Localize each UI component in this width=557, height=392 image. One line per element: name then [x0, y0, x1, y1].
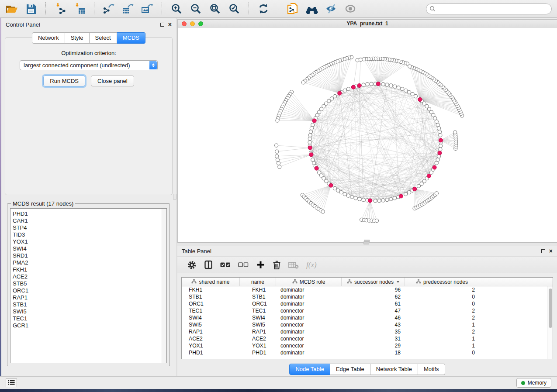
refresh-network-icon[interactable] — [257, 2, 270, 15]
table-row[interactable]: TEC1TEC1connector472 — [182, 307, 553, 314]
mcds-result-node[interactable]: ORC1 — [13, 287, 166, 294]
column-header-MCDS-role[interactable]: MCDS role — [276, 278, 342, 286]
select-none-unchecked-icon[interactable] — [238, 261, 249, 268]
close-panel-button[interactable]: Close panel — [91, 76, 134, 86]
cell-successor-nodes[interactable]: 29 — [342, 342, 405, 349]
cell-name[interactable]: ACE2 — [240, 335, 276, 342]
cell-MCDS-role[interactable]: connector — [276, 307, 342, 314]
mcds-result-node[interactable]: STP4 — [13, 224, 166, 231]
mcds-result-node[interactable]: PHD1 — [13, 210, 166, 217]
column-header-shared-name[interactable]: shared name — [182, 278, 240, 286]
delete-column-icon[interactable] — [273, 260, 281, 270]
float-table-panel-icon[interactable] — [541, 249, 545, 253]
add-column-icon[interactable] — [256, 260, 265, 269]
mcds-result-node[interactable]: PMA2 — [13, 259, 166, 266]
cell-MCDS-role[interactable]: dominator — [276, 286, 342, 293]
cell-successor-nodes[interactable]: 62 — [342, 293, 405, 300]
cell-successor-nodes[interactable]: 96 — [342, 286, 405, 293]
horizontal-split-grip[interactable] — [363, 241, 369, 244]
cell-predecessor-nodes[interactable]: 1 — [405, 342, 479, 349]
cell-shared-name[interactable]: ACE2 — [182, 335, 240, 342]
table-row[interactable]: STB1STB1dominator620 — [182, 293, 553, 300]
tab-style[interactable]: Style — [65, 32, 90, 44]
tab-select[interactable]: Select — [90, 32, 117, 44]
mcds-result-list[interactable]: PHD1CAR1STP4TID3YOX1SWI4SRD1PMA2FKH1ACE2… — [10, 208, 167, 363]
cell-predecessor-nodes[interactable]: 2 — [405, 314, 479, 321]
clone-network-icon[interactable] — [286, 2, 299, 15]
tab-mcds[interactable]: MCDS — [117, 32, 145, 44]
mcds-result-node[interactable]: RAP1 — [13, 294, 166, 301]
cell-name[interactable]: SWI5 — [240, 321, 276, 328]
cell-predecessor-nodes[interactable]: 2 — [405, 328, 479, 335]
table-row[interactable]: PHD1PHD1dominator180 — [182, 349, 553, 356]
cell-shared-name[interactable]: SWI4 — [182, 314, 240, 321]
table-row[interactable]: RAP1RAP1dominator352 — [182, 328, 553, 335]
mcds-result-node[interactable]: YOX1 — [13, 238, 166, 245]
zoom-in-icon[interactable] — [170, 2, 183, 15]
table-vscrollbar[interactable] — [547, 286, 553, 359]
table-vscrollbar-thumb[interactable] — [549, 289, 552, 328]
result-list-scrollbar[interactable] — [162, 209, 166, 363]
cell-MCDS-role[interactable]: dominator — [276, 314, 342, 321]
cell-predecessor-nodes[interactable]: 0 — [405, 293, 479, 300]
mcds-result-node[interactable]: ACE2 — [13, 273, 166, 280]
float-panel-icon[interactable] — [160, 23, 164, 27]
run-mcds-button[interactable]: Run MCDS — [43, 76, 85, 86]
table-row[interactable]: ACE2ACE2connector311 — [182, 335, 553, 342]
table-row[interactable]: SWI5SWI5connector431 — [182, 321, 553, 328]
cell-MCDS-role[interactable]: connector — [276, 342, 342, 349]
tab-network[interactable]: Network — [32, 32, 65, 44]
cell-shared-name[interactable]: PHD1 — [182, 349, 240, 356]
export-network-icon[interactable] — [102, 2, 115, 15]
cell-name[interactable]: YOX1 — [240, 342, 276, 349]
show-all-icon[interactable] — [344, 2, 357, 15]
cell-name[interactable]: PHD1 — [240, 349, 276, 356]
mcds-result-node[interactable]: SWI4 — [13, 245, 166, 252]
cell-MCDS-role[interactable]: connector — [276, 335, 342, 342]
zoom-out-icon[interactable] — [189, 2, 202, 15]
mcds-result-node[interactable]: GCR1 — [13, 322, 166, 329]
cell-predecessor-nodes[interactable]: 0 — [405, 349, 479, 356]
tab-network-table[interactable]: Network Table — [370, 364, 418, 375]
column-header-successor-nodes[interactable]: successor nodes — [342, 278, 405, 286]
tab-edge-table[interactable]: Edge Table — [330, 364, 370, 375]
import-network-file-icon[interactable] — [54, 2, 67, 15]
tab-motifs[interactable]: Motifs — [418, 364, 445, 375]
gear-icon[interactable] — [187, 260, 197, 270]
cell-name[interactable]: STB1 — [240, 293, 276, 300]
network-graph[interactable] — [178, 28, 557, 242]
export-image-icon[interactable] — [141, 2, 154, 15]
mcds-result-node[interactable]: SRD1 — [13, 252, 166, 259]
cell-name[interactable]: TEC1 — [240, 307, 276, 314]
network-canvas[interactable] — [178, 28, 557, 242]
table-row[interactable]: ORC1ORC1dominator610 — [182, 300, 553, 307]
zoom-fit-icon[interactable] — [208, 2, 221, 15]
window-close-icon[interactable] — [182, 21, 187, 26]
cell-shared-name[interactable]: FKH1 — [182, 286, 240, 293]
open-file-icon[interactable] — [5, 2, 18, 15]
cell-shared-name[interactable]: SWI5 — [182, 321, 240, 328]
window-zoom-icon[interactable] — [198, 21, 203, 26]
cell-MCDS-role[interactable]: dominator — [276, 328, 342, 335]
column-header-name[interactable]: name — [240, 278, 276, 286]
cell-shared-name[interactable]: ORC1 — [182, 300, 240, 307]
cell-predecessor-nodes[interactable]: 1 — [405, 321, 479, 328]
cell-shared-name[interactable]: TEC1 — [182, 307, 240, 314]
save-session-icon[interactable] — [24, 2, 38, 15]
mcds-result-node[interactable]: SWI5 — [13, 308, 166, 315]
cell-predecessor-nodes[interactable]: 2 — [405, 307, 479, 314]
cell-shared-name[interactable]: YOX1 — [182, 342, 240, 349]
cell-predecessor-nodes[interactable]: 0 — [405, 300, 479, 307]
select-all-checked-icon[interactable] — [220, 261, 231, 268]
columns-icon[interactable] — [204, 260, 213, 269]
horizontal-split-divider[interactable] — [177, 243, 557, 246]
cell-predecessor-nodes[interactable]: 1 — [405, 335, 479, 342]
cell-name[interactable]: RAP1 — [240, 328, 276, 335]
import-table-file-icon[interactable] — [73, 2, 86, 15]
cell-predecessor-nodes[interactable]: 2 — [405, 286, 479, 293]
mcds-result-node[interactable]: CAR1 — [13, 217, 166, 224]
cell-name[interactable]: FKH1 — [240, 286, 276, 293]
table-row[interactable]: SWI4SWI4dominator462 — [182, 314, 553, 321]
optimization-select[interactable]: largest connected component (undirected) — [20, 60, 158, 70]
network-window-titlebar[interactable]: YPA_prune.txt_1 — [178, 20, 557, 28]
